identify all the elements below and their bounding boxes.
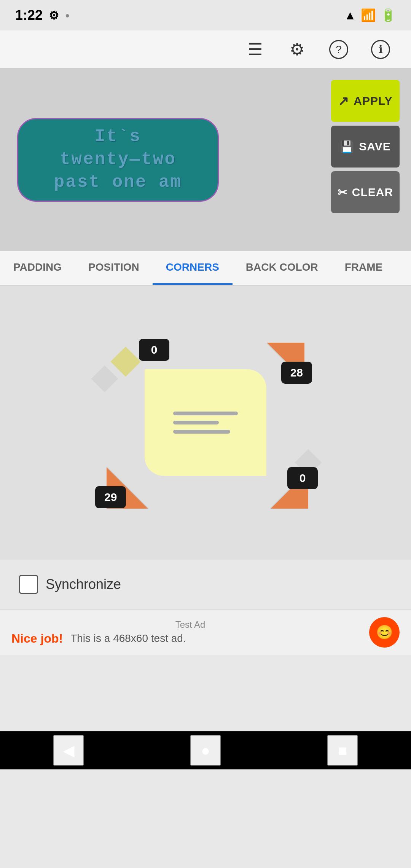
info-button[interactable]: ℹ <box>362 34 400 65</box>
line3 <box>173 430 230 434</box>
ad-test-label: Test Ad <box>11 619 369 630</box>
time-display: 1:22 <box>15 7 43 23</box>
save-icon: 💾 <box>340 140 354 153</box>
apply-icon: ↗ <box>338 93 349 108</box>
tl-diamond-area <box>110 346 141 377</box>
apply-button[interactable]: ↗ APPLY <box>331 80 400 122</box>
status-time-area: 1:22 ⚙ ● <box>15 7 70 23</box>
back-nav-button[interactable]: ◀ <box>53 735 84 766</box>
tl-corner-badge[interactable]: 0 <box>139 339 169 361</box>
tab-padding[interactable]: PADDING <box>0 251 75 285</box>
help-button[interactable]: ? <box>320 34 358 65</box>
settings-button[interactable]: ⚙ <box>278 34 316 65</box>
status-bar: 1:22 ⚙ ● ▲ 📶 🔋 <box>0 0 411 30</box>
dot-status-icon: ● <box>65 11 70 20</box>
back-arrow-icon: ◀ <box>63 742 75 759</box>
tab-position[interactable]: POSITION <box>75 251 153 285</box>
info-icon: ℹ <box>371 40 390 59</box>
ad-text-area: Test Ad Nice job! This is a 468x60 test … <box>11 619 369 646</box>
corners-editor: 0 28 29 <box>0 286 411 560</box>
preview-text: It`s twenty—two past one am <box>54 126 182 194</box>
ad-emoji-icon: 😊 <box>376 624 393 640</box>
line1 <box>173 412 238 415</box>
br-corner-badge[interactable]: 0 <box>287 467 318 489</box>
clear-icon: ✂ <box>338 186 347 199</box>
navigation-bar: ◀ ● ■ <box>0 731 411 769</box>
wifi-icon: ▲ <box>344 8 356 22</box>
gear-icon: ⚙ <box>290 40 304 59</box>
ad-description: This is a 468x60 test ad. <box>70 632 186 645</box>
signal-icon: 📶 <box>361 8 376 22</box>
action-buttons-group: ↗ APPLY 💾 SAVE ✂ CLEAR <box>331 80 400 213</box>
tab-backcolor[interactable]: BACK COLOR <box>233 251 331 285</box>
preview-area: It`s twenty—two past one am ↗ APPLY 💾 SA… <box>0 69 411 251</box>
corners-visual: 0 28 29 <box>72 316 339 529</box>
battery-icon: 🔋 <box>381 8 396 22</box>
spacer <box>0 655 411 731</box>
bl-corner-badge[interactable]: 29 <box>95 486 126 508</box>
line2 <box>173 421 219 424</box>
home-nav-button[interactable]: ● <box>190 735 221 766</box>
home-circle-icon: ● <box>201 742 210 759</box>
ad-nice-text: Nice job! <box>11 632 63 646</box>
corners-preview-rect <box>145 369 266 476</box>
tl-diamond <box>110 346 140 377</box>
status-icons-area: ▲ 📶 🔋 <box>344 8 396 22</box>
tl-extra-diamond <box>95 369 114 388</box>
list-icon: ☰ <box>248 40 263 59</box>
tab-bar: PADDING POSITION CORNERS BACK COLOR FRAM… <box>0 251 411 286</box>
settings-status-icon: ⚙ <box>49 9 59 22</box>
help-icon: ? <box>329 40 348 59</box>
top-toolbar: ☰ ⚙ ? ℹ <box>0 30 411 69</box>
synchronize-label: Synchronize <box>46 576 121 592</box>
ad-banner: Test Ad Nice job! This is a 468x60 test … <box>0 609 411 655</box>
synchronize-row: Synchronize <box>0 560 411 609</box>
hamburger-lines <box>173 412 238 434</box>
recent-square-icon: ■ <box>338 742 347 759</box>
clear-button[interactable]: ✂ CLEAR <box>331 171 400 213</box>
tr-corner-badge[interactable]: 28 <box>281 362 312 384</box>
tab-frame[interactable]: FRAME <box>331 251 396 285</box>
save-button[interactable]: 💾 SAVE <box>331 126 400 168</box>
list-view-button[interactable]: ☰ <box>236 34 274 65</box>
recent-nav-button[interactable]: ■ <box>327 735 358 766</box>
widget-preview: It`s twenty—two past one am <box>17 118 219 202</box>
tab-corners[interactable]: CORNERS <box>153 251 233 285</box>
ad-icon: 😊 <box>369 617 400 648</box>
synchronize-checkbox[interactable] <box>19 575 38 594</box>
tl-corner-group <box>110 346 141 377</box>
